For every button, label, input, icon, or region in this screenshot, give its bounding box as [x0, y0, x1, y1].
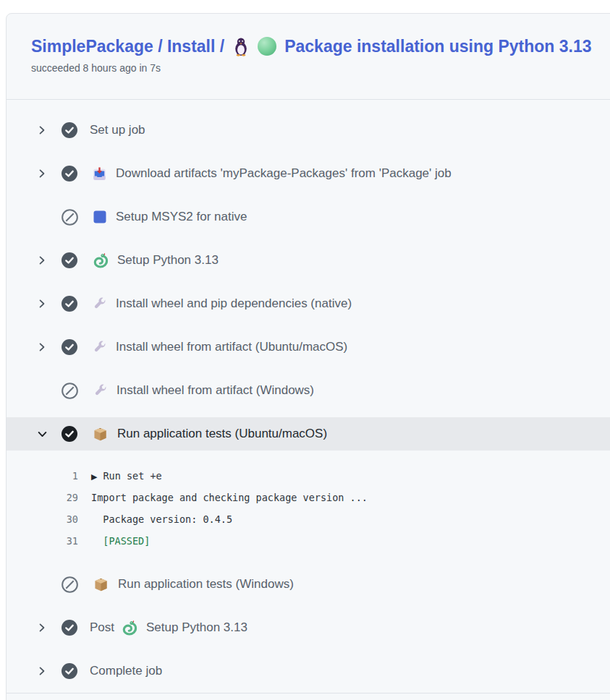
chevron-slot	[37, 168, 48, 179]
step-row-install-wheel-from-artifact-ubuntu-macos[interactable]: Install wheel from artifact (Ubuntu/macO…	[7, 325, 610, 369]
green-circle-icon	[258, 37, 276, 56]
step-row-download-artifacts-mypackage-packages-from-package-job[interactable]: Download artifacts 'myPackage-Packages' …	[7, 152, 610, 195]
log-line-30: 30 Package version: 0.4.5	[7, 508, 610, 530]
step-row-setup-msys2-for-native: Setup MSYS2 for native	[7, 195, 610, 239]
success-icon	[62, 426, 77, 442]
step-row-install-wheel-from-artifact-windows: Install wheel from artifact (Windows)	[7, 369, 610, 412]
step-label: Install wheel from artifact (Ubuntu/macO…	[116, 340, 347, 354]
step-label: Setup Python 3.13	[117, 253, 219, 268]
chevron-right-icon[interactable]	[37, 666, 47, 676]
success-icon	[62, 122, 77, 138]
steps-list: Set up jobDownload artifacts 'myPackage-…	[7, 100, 610, 693]
step-label: Install wheel and pip dependencies (nati…	[116, 296, 352, 311]
penguin-icon	[232, 37, 250, 56]
step-row-run-application-tests-windows: Run application tests (Windows)	[7, 563, 610, 606]
step-label: Download artifacts 'myPackage-Packages' …	[116, 166, 452, 181]
job-panel: SimplePackage / Install / Package instal…	[6, 13, 610, 700]
chevron-right-icon[interactable]	[37, 342, 47, 352]
step-label: Setup Python 3.13	[146, 620, 247, 635]
success-icon	[62, 296, 77, 312]
skipped-icon	[62, 576, 78, 593]
bottom-divider	[7, 693, 610, 693]
chevron-slot	[37, 299, 48, 309]
success-icon	[62, 166, 77, 182]
package-icon	[92, 426, 109, 443]
log-line-number: 29	[36, 492, 78, 503]
success-icon	[62, 620, 77, 636]
log-line-31: 31 [PASSED]	[7, 530, 610, 552]
run-title: SimplePackage / Install / Package instal…	[31, 35, 610, 57]
step-row-post-setup-python-3-13[interactable]: PostSetup Python 3.13	[7, 606, 610, 649]
chevron-right-icon[interactable]	[37, 125, 47, 135]
log-line-text: Package version: 0.4.5	[91, 513, 232, 525]
chevron-right-icon[interactable]	[37, 623, 47, 633]
step-label: Complete job	[90, 664, 162, 678]
chevron-right-icon[interactable]	[37, 255, 47, 265]
chevron-slot	[37, 342, 48, 352]
step-row-complete-job[interactable]: Complete job	[7, 649, 610, 693]
run-status-line: succeeded 8 hours ago in 7s	[31, 62, 610, 74]
snake-icon	[92, 252, 109, 269]
chevron-right-icon[interactable]	[37, 299, 47, 309]
step-label: Setup MSYS2 for native	[116, 210, 247, 224]
command-text: Run set +e	[103, 470, 161, 482]
step-label: Set up job	[90, 123, 145, 137]
chevron-down-icon[interactable]	[37, 429, 48, 440]
chevron-slot	[37, 429, 48, 440]
log-line-text: ▶Run set +e	[91, 470, 162, 482]
log-line-number: 31	[36, 535, 78, 547]
breadcrumb[interactable]: SimplePackage / Install /	[31, 35, 224, 57]
chevron-slot	[37, 623, 48, 633]
success-icon	[62, 252, 77, 268]
log-line-text: [PASSED]	[91, 535, 150, 547]
log-line-1: 1▶Run set +e	[7, 465, 610, 487]
chevron-slot	[37, 255, 48, 265]
success-icon	[62, 663, 77, 679]
wrench-icon	[92, 340, 107, 355]
log-line-number: 30	[36, 513, 78, 525]
run-header: SimplePackage / Install / Package instal…	[7, 14, 610, 100]
step-label: Run application tests (Windows)	[118, 577, 294, 592]
chevron-slot	[37, 666, 48, 676]
step-row-run-application-tests-ubuntu-macos[interactable]: Run application tests (Ubuntu/macOS)	[7, 417, 610, 451]
chevron-slot	[37, 125, 48, 135]
wrench-icon	[92, 296, 107, 312]
log-line-29: 29Import package and checking package ve…	[7, 487, 610, 508]
blue-square-icon	[93, 210, 107, 224]
success-icon	[62, 339, 77, 355]
page-title: Package installation using Python 3.13	[284, 35, 591, 57]
step-label: Post	[90, 620, 114, 635]
expand-triangle-icon[interactable]: ▶	[91, 472, 97, 482]
log-line-text: Import package and checking package vers…	[91, 492, 368, 503]
package-icon	[93, 576, 109, 593]
chevron-right-icon[interactable]	[37, 168, 47, 179]
inbox-tray-icon	[92, 166, 107, 182]
step-log: 1▶Run set +e29Import package and checkin…	[7, 456, 610, 563]
skipped-icon	[62, 209, 78, 226]
step-row-install-wheel-and-pip-dependencies-native[interactable]: Install wheel and pip dependencies (nati…	[7, 282, 610, 325]
skipped-icon	[62, 383, 78, 399]
step-label: Run application tests (Ubuntu/macOS)	[117, 427, 327, 441]
log-line-number: 1	[36, 470, 78, 482]
snake-icon	[121, 620, 137, 636]
step-label: Install wheel from artifact (Windows)	[117, 383, 314, 398]
wrench-icon	[93, 383, 108, 398]
step-row-set-up-job[interactable]: Set up job	[7, 108, 610, 152]
step-row-setup-python-3-13[interactable]: Setup Python 3.13	[7, 239, 610, 282]
